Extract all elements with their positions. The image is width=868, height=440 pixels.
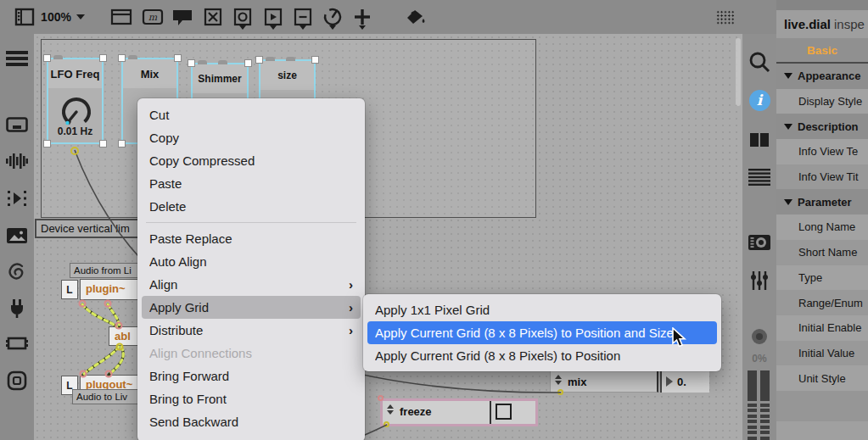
l-badge[interactable]: L (61, 280, 78, 299)
new-dial-button[interactable] (320, 0, 345, 34)
menu-item-cut[interactable]: Cut (137, 103, 365, 126)
menu-item-bring-forward[interactable]: Bring Forward (137, 365, 365, 387)
row-label: Display Style (798, 95, 862, 108)
new-playbar-button[interactable] (260, 0, 286, 34)
chevron-down-icon (359, 25, 366, 30)
inspector-row-short-name[interactable]: Short Name (776, 240, 868, 265)
sidebar-menu-button[interactable] (0, 44, 34, 73)
inspector-row-type[interactable]: Type (776, 265, 868, 291)
inspector-row-long-name[interactable]: Long Name (776, 214, 868, 240)
paint-bucket-icon[interactable] (400, 0, 429, 34)
submenu-item-current-grid-position-and-size[interactable]: Apply Current Grid (8 x 8 Pixels) to Pos… (363, 321, 721, 344)
selection-handle[interactable] (43, 54, 51, 62)
number-box[interactable]: 0. (660, 370, 709, 393)
grid-toggle-button[interactable] (713, 0, 738, 34)
comment-audio-from[interactable]: Audio from Li (70, 263, 144, 278)
svg-text:m: m (148, 12, 158, 23)
new-number-button[interactable] (290, 0, 316, 34)
section-label: Parameter (798, 196, 852, 209)
mix-menu-label: mix (568, 376, 586, 388)
menu-item-bring-to-front[interactable]: Bring to Front (137, 387, 365, 410)
device-icon[interactable] (0, 110, 34, 139)
new-object-button[interactable] (109, 0, 134, 34)
submenu-item-current-grid-position[interactable]: Apply Current Grid (8 x 8 Pixels) to Pos… (363, 344, 721, 367)
row-label: Range/Enum (798, 297, 863, 309)
snapshot-camera-icon[interactable] (742, 230, 776, 255)
split-view-icon[interactable] (742, 127, 776, 153)
list-icon[interactable] (742, 164, 776, 190)
selection-handle[interactable] (311, 56, 319, 64)
top-toolbar: 100% m (0, 0, 776, 34)
menu-item-copy[interactable]: Copy (137, 126, 365, 149)
menu-item-paste[interactable]: Paste (137, 172, 365, 195)
search-icon[interactable] (742, 49, 776, 75)
mixer-sliders-icon[interactable] (742, 268, 776, 293)
row-label: Long Name (798, 220, 855, 233)
image-icon[interactable] (0, 221, 34, 250)
info-icon[interactable]: i (742, 87, 776, 113)
plug-icon[interactable] (0, 293, 34, 322)
submenu-chevron-icon: › (349, 300, 353, 315)
selection-handle[interactable] (118, 54, 126, 62)
rounded-box-icon[interactable] (0, 366, 34, 395)
audio-waveform-icon[interactable] (0, 147, 34, 175)
add-object-button[interactable] (350, 0, 374, 34)
menu-item-align[interactable]: Align› (137, 273, 365, 296)
tab-basic[interactable]: Basic (807, 44, 837, 57)
left-sidebar (0, 34, 34, 440)
livedial-lfo-freq[interactable]: LFO Freq 0.01 Hz (47, 58, 104, 144)
selection-handle[interactable] (99, 54, 107, 62)
selection-handle[interactable] (174, 54, 182, 62)
menu-item-paste-replace[interactable]: Paste Replace (137, 227, 365, 250)
patcher-window-icon[interactable] (12, 0, 37, 34)
record-icon[interactable] (742, 326, 776, 347)
media-playlist-icon[interactable] (0, 184, 34, 213)
inspector-row-initial-enable[interactable]: Initial Enable (776, 315, 868, 341)
freeze-toggle[interactable] (496, 404, 512, 420)
new-toggle-button[interactable] (200, 0, 226, 34)
zoom-dropdown[interactable]: 100% (41, 0, 85, 34)
inlet (266, 57, 275, 61)
stepper-arrows-icon[interactable] (387, 404, 394, 415)
new-comment-button[interactable] (170, 0, 195, 34)
freeze-control-group[interactable]: freeze (380, 398, 538, 426)
attachment-icon[interactable] (0, 258, 34, 287)
row-label: Initial Enable (798, 321, 861, 334)
comment-device-limit[interactable]: Device vertical lim (35, 219, 147, 238)
inspector-row-display-style[interactable]: Display Style (776, 89, 868, 114)
inspector-section-appearance[interactable]: Appearance (776, 64, 868, 89)
selection-handle[interactable] (43, 140, 51, 148)
menu-item-auto-align[interactable]: Auto Align (137, 250, 365, 273)
row-label: Type (798, 271, 822, 284)
freeze-menu[interactable]: freeze (400, 405, 432, 418)
selection-handle[interactable] (188, 59, 195, 67)
submenu-item-1x1-pixel-grid[interactable]: Apply 1x1 Pixel Grid (363, 298, 721, 321)
menu-item-send-backward[interactable]: Send Backward (137, 410, 365, 433)
zoom-level: 100% (41, 10, 71, 24)
canvas-vertical-scrollbar[interactable] (736, 38, 741, 106)
menu-item-distribute[interactable]: Distribute› (137, 319, 365, 342)
menu-item-copy-compressed[interactable]: Copy Compressed (137, 149, 365, 172)
dial-knob[interactable] (59, 95, 93, 129)
selection-handle[interactable] (118, 140, 126, 148)
inlet-dot (378, 395, 384, 401)
inspector-row-info-view-title[interactable]: Info View Tit (776, 164, 868, 190)
selection-handle[interactable] (255, 56, 263, 64)
menu-item-delete[interactable]: Delete (137, 195, 365, 218)
inspector-section-parameter[interactable]: Parameter (776, 189, 868, 214)
inspector-row-initial-value[interactable]: Initial Value (776, 341, 868, 366)
inspector-row-unit-style[interactable]: Unit Style (776, 365, 868, 391)
stepper-arrows-icon[interactable] (555, 375, 562, 385)
inspector-section-description[interactable]: Description (776, 114, 868, 139)
inspector-row-range-enum[interactable]: Range/Enum (776, 290, 868, 315)
mix-menu[interactable]: mix (550, 370, 658, 393)
new-button-button[interactable] (230, 0, 255, 34)
menu-item-apply-grid[interactable]: Apply Grid› (137, 296, 365, 319)
inspector-bottom-row (776, 421, 868, 440)
comment-audio-to[interactable]: Audio to Liv (72, 389, 143, 404)
selection-handle[interactable] (99, 140, 107, 148)
inspector-row-info-view-text[interactable]: Info View Te (776, 139, 868, 164)
new-message-button[interactable]: m (140, 0, 165, 34)
selection-handle[interactable] (244, 59, 252, 67)
snippet-icon[interactable] (0, 329, 34, 358)
